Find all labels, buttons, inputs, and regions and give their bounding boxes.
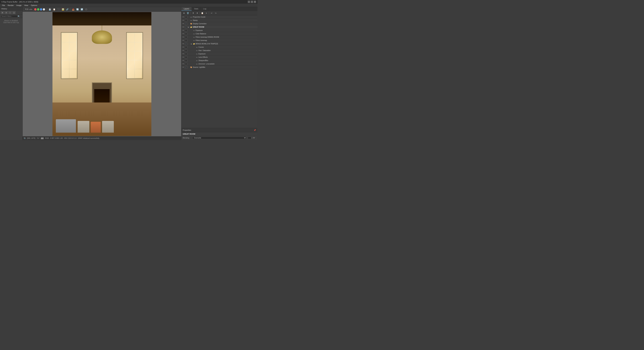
- undo-button[interactable]: ↩️: [80, 8, 84, 11]
- layer-item[interactable]: 👁✓▶📁BRASS BOWLS IN TRAPEZE: [181, 42, 258, 45]
- layer-visibility-icon[interactable]: 👁: [182, 49, 184, 52]
- layer-checkbox[interactable]: ✓: [185, 66, 187, 68]
- tab-log[interactable]: Log: [201, 7, 209, 11]
- layer-item[interactable]: 👁▭Sharpen/Blur: [181, 59, 258, 62]
- layer-visibility-icon[interactable]: 👁: [182, 29, 184, 32]
- layer-checkbox[interactable]: [185, 36, 187, 38]
- export-button[interactable]: 📤: [71, 8, 75, 11]
- layer-checkbox[interactable]: [185, 33, 187, 35]
- layer-expand-icon[interactable]: [188, 16, 190, 18]
- layer-item[interactable]: 👁▭Color Balance: [181, 32, 258, 35]
- layer-item[interactable]: 👁▭Stamp: [181, 19, 258, 22]
- layer-visibility-icon[interactable]: 👁: [182, 22, 184, 25]
- layer-visibility-icon[interactable]: 👁: [182, 63, 184, 65]
- menu-options[interactable]: Options: [30, 4, 38, 7]
- layer-visibility-icon[interactable]: 👁: [182, 59, 184, 62]
- layer-item[interactable]: 👁✓🎨Source: LightMix: [181, 66, 258, 69]
- history-add-btn[interactable]: ⊕: [1, 11, 4, 14]
- layer-item[interactable]: 👁▭Curves: [181, 45, 258, 49]
- layer-item[interactable]: 👁✓🎨Display Correction: [181, 22, 258, 25]
- color-dot-white[interactable]: [43, 8, 45, 10]
- layer-visibility-icon[interactable]: 👁: [182, 26, 184, 28]
- tab-stats[interactable]: Stats: [192, 7, 201, 11]
- layer-expand-icon[interactable]: [194, 53, 195, 55]
- menu-render[interactable]: Render: [6, 4, 15, 7]
- layer-expand-icon[interactable]: [194, 49, 195, 52]
- color-mode-label[interactable]: RGB color: [24, 8, 34, 11]
- layer-visibility-icon[interactable]: 👁: [182, 33, 184, 35]
- layer-visibility-icon[interactable]: 👁: [182, 16, 184, 18]
- layer-expand-icon[interactable]: ▶: [188, 26, 190, 28]
- history-remove-btn[interactable]: ⊖: [4, 11, 8, 14]
- layer-checkbox[interactable]: [185, 46, 187, 48]
- layer-checkbox[interactable]: [185, 56, 187, 58]
- maximize-button[interactable]: □: [251, 1, 253, 3]
- layer-item[interactable]: 👁✓▶📁GREAT ROOM: [181, 25, 258, 29]
- layer-visibility-icon[interactable]: 👁: [182, 36, 184, 38]
- history-split-btn[interactable]: ◫: [12, 11, 16, 14]
- clear-button[interactable]: ⬛: [57, 8, 60, 11]
- save-image-button[interactable]: 💾: [48, 8, 52, 11]
- layer-visibility-icon[interactable]: 👁: [182, 39, 184, 42]
- color-dot-red[interactable]: [34, 8, 36, 10]
- history-search-box[interactable]: 🔍: [0, 15, 22, 18]
- layer-expand-icon[interactable]: [190, 36, 192, 38]
- layer-visibility-icon[interactable]: 👁: [182, 56, 184, 58]
- layers-redo-btn[interactable]: ↪: [214, 11, 218, 15]
- layer-item[interactable]: 👁▭Filmic tonemap DINING ROOM: [181, 35, 258, 39]
- layer-expand-icon[interactable]: [188, 66, 190, 68]
- blending-select[interactable]: Overwrite: [192, 136, 246, 139]
- layer-expand-icon[interactable]: [194, 59, 195, 62]
- layer-expand-icon[interactable]: [194, 63, 195, 65]
- layers-delete-btn[interactable]: 🗑️: [186, 11, 190, 15]
- layer-visibility-icon[interactable]: 👁: [182, 66, 184, 68]
- history-empty-state[interactable]: History is disabled. Click here to set i…: [0, 18, 22, 25]
- refresh-button[interactable]: 🔄: [76, 8, 79, 11]
- layer-checkbox[interactable]: [185, 49, 187, 52]
- layer-checkbox[interactable]: [185, 39, 187, 42]
- layer-expand-icon[interactable]: ▶: [190, 43, 192, 45]
- layer-visibility-icon[interactable]: 👁: [182, 19, 184, 21]
- layer-expand-icon[interactable]: [190, 29, 192, 32]
- layer-item[interactable]: 👁▭Exposure: [181, 52, 258, 56]
- render-viewport[interactable]: [23, 12, 181, 136]
- copy-button[interactable]: 📋: [52, 8, 56, 11]
- color-dot-blue[interactable]: [40, 8, 42, 10]
- history-search-input[interactable]: [1, 15, 18, 17]
- properties-pin-button[interactable]: 📌: [254, 129, 256, 131]
- layer-checkbox[interactable]: ✓: [185, 26, 187, 28]
- layers-menu-btn[interactable]: ≡: [204, 11, 208, 15]
- layers-undo-btn[interactable]: ↩: [210, 11, 214, 15]
- layer-item[interactable]: 👁▭Hue / Saturation: [181, 49, 258, 52]
- layers-down-btn[interactable]: ⬇: [195, 11, 199, 15]
- window-controls[interactable]: ─ □ ✕: [248, 1, 256, 3]
- layers-copy-btn[interactable]: 📋: [200, 11, 204, 15]
- opacity-value[interactable]: [248, 137, 256, 139]
- layer-checkbox[interactable]: ✓: [185, 43, 187, 45]
- layer-checkbox[interactable]: [185, 16, 187, 18]
- layer-item[interactable]: 👁▭Proportion Guide: [181, 15, 258, 19]
- layers-up-btn[interactable]: ⬆: [191, 11, 195, 15]
- layer-expand-icon[interactable]: [190, 33, 192, 35]
- layer-checkbox[interactable]: [185, 19, 187, 21]
- layer-checkbox[interactable]: [185, 63, 187, 65]
- layer-visibility-icon[interactable]: 👁: [182, 46, 184, 48]
- layer-item[interactable]: 👁▭Lens Effects: [181, 56, 258, 59]
- layer-item[interactable]: 👁▭Exposure: [181, 29, 258, 32]
- layer-item[interactable]: 👁▭Denoiser: unavailable: [181, 62, 258, 66]
- layer-checkbox[interactable]: ✓: [185, 22, 187, 25]
- menu-file[interactable]: File: [1, 4, 6, 7]
- layer-expand-icon[interactable]: [194, 46, 195, 48]
- layer-expand-icon[interactable]: [194, 56, 195, 58]
- layer-expand-icon[interactable]: [188, 19, 190, 21]
- menu-view[interactable]: View: [23, 4, 30, 7]
- menu-image[interactable]: Image: [15, 4, 23, 7]
- lens-button[interactable]: ⬡: [84, 8, 88, 11]
- close-button[interactable]: ✕: [254, 1, 256, 3]
- layer-expand-icon[interactable]: [188, 22, 190, 25]
- link-button[interactable]: 🔗: [65, 8, 69, 11]
- layer-expand-icon[interactable]: [190, 39, 192, 42]
- layer-visibility-icon[interactable]: 👁: [182, 43, 184, 45]
- layers-add-btn[interactable]: ⊕: [182, 11, 186, 15]
- layer-visibility-icon[interactable]: 👁: [182, 53, 184, 55]
